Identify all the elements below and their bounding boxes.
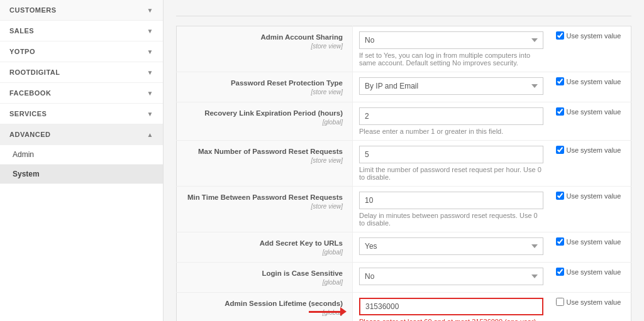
config-table: Admin Account Sharing[store view]NoYesIf… [176, 26, 631, 321]
config-scope-admin-account-sharing: [store view] [186, 43, 343, 50]
use-system-text-max-password-reset: Use system value [567, 146, 621, 154]
config-scope-add-secret-key: [global] [186, 249, 343, 256]
use-system-label-max-password-reset[interactable]: Use system value [556, 146, 625, 154]
sidebar-item-label: YOTPO [9, 48, 35, 55]
sidebar: CUSTOMERS▼SALES▼YOTPO▼ROOTDIGITAL▼FACEBO… [0, 0, 164, 321]
config-row-admin-account-sharing: Admin Account Sharing[store view]NoYesIf… [177, 26, 631, 72]
config-label-recovery-link-expiration: Recovery Link Expiration Period (hours) [204, 109, 343, 117]
use-system-label-add-secret-key[interactable]: Use system value [556, 237, 625, 246]
sidebar-sub-item-admin[interactable]: Admin [0, 145, 163, 165]
chevron-down-icon: ▼ [147, 111, 153, 117]
use-system-label-recovery-link-expiration[interactable]: Use system value [556, 107, 625, 116]
use-system-checkbox-min-time-between-reset[interactable] [556, 192, 564, 200]
sidebar-item-yotpo[interactable]: YOTPO▼ [0, 41, 163, 62]
use-system-text-login-case-sensitive: Use system value [567, 268, 621, 276]
sidebar-item-facebook[interactable]: FACEBOOK▼ [0, 83, 163, 104]
use-system-label-login-case-sensitive[interactable]: Use system value [556, 268, 625, 276]
sidebar-item-services[interactable]: SERVICES▼ [0, 104, 163, 124]
chevron-down-icon: ▼ [147, 7, 153, 14]
sidebar-item-sales[interactable]: SALES▼ [0, 21, 163, 41]
use-system-checkbox-login-case-sensitive[interactable] [556, 268, 564, 276]
config-row-min-time-between-reset: Min Time Between Password Reset Requests… [177, 187, 631, 232]
chevron-down-icon: ▼ [147, 28, 153, 35]
sidebar-item-label: FACEBOOK [9, 89, 51, 97]
use-system-text-admin-account-sharing: Use system value [567, 32, 621, 40]
config-select-add-secret-key[interactable]: YesNo [359, 237, 543, 255]
config-label-admin-account-sharing: Admin Account Sharing [260, 33, 343, 41]
config-label-admin-session-lifetime: Admin Session Lifetime (seconds) [225, 300, 343, 307]
use-system-text-add-secret-key: Use system value [567, 238, 621, 246]
use-system-text-password-reset-type: Use system value [567, 78, 621, 85]
config-label-login-case-sensitive: Login is Case Sensitive [262, 269, 343, 277]
sidebar-item-label: ADVANCED [9, 131, 51, 138]
chevron-down-icon: ▼ [147, 48, 153, 55]
config-label-add-secret-key: Add Secret Key to URLs [260, 239, 343, 247]
use-system-label-password-reset-type[interactable]: Use system value [556, 77, 625, 85]
config-scope-min-time-between-reset: [store view] [186, 203, 343, 210]
use-system-text-recovery-link-expiration: Use system value [567, 108, 621, 116]
use-system-label-admin-session-lifetime[interactable]: Use system value [556, 298, 625, 306]
chevron-up-icon: ▲ [147, 131, 153, 138]
config-label-min-time-between-reset: Min Time Between Password Reset Requests [187, 193, 343, 201]
config-select-login-case-sensitive[interactable]: NoYes [359, 268, 543, 285]
use-system-checkbox-admin-account-sharing[interactable] [556, 31, 564, 40]
config-input-min-time-between-reset[interactable] [359, 192, 543, 209]
use-system-checkbox-max-password-reset[interactable] [556, 146, 564, 154]
config-row-add-secret-key: Add Secret Key to URLs[global]YesNoUse s… [177, 232, 631, 263]
config-hint-recovery-link-expiration: Please enter a number 1 or greater in th… [359, 128, 543, 135]
config-select-password-reset-type[interactable]: By IP and EmailBy IPBy EmailNone [359, 77, 543, 95]
use-system-checkbox-add-secret-key[interactable] [556, 237, 564, 246]
config-row-admin-session-lifetime: Admin Session Lifetime (seconds)[global]… [177, 293, 631, 322]
config-scope-password-reset-type: [store view] [186, 89, 343, 95]
config-hint-admin-account-sharing: If set to Yes, you can log in from multi… [359, 52, 543, 67]
arrow-head [340, 307, 347, 316]
chevron-down-icon: ▼ [147, 69, 153, 76]
config-hint-admin-session-lifetime: Please enter at least 60 and at most 315… [359, 318, 543, 321]
sidebar-item-label: CUSTOMERS [9, 6, 57, 14]
config-row-recovery-link-expiration: Recovery Link Expiration Period (hours)[… [177, 102, 631, 141]
sidebar-sub-item-system[interactable]: System [0, 165, 163, 184]
chevron-down-icon: ▼ [147, 90, 153, 97]
sidebar-item-label: ROOTDIGITAL [9, 68, 60, 76]
config-label-max-password-reset: Max Number of Password Reset Requests [198, 148, 343, 155]
config-select-admin-account-sharing[interactable]: NoYes [359, 31, 543, 49]
config-input-max-password-reset[interactable] [359, 146, 543, 163]
use-system-label-min-time-between-reset[interactable]: Use system value [556, 192, 625, 200]
config-hint-min-time-between-reset: Delay in minutes between password reset … [359, 212, 543, 227]
use-system-checkbox-recovery-link-expiration[interactable] [556, 107, 564, 116]
use-system-label-admin-account-sharing[interactable]: Use system value [556, 31, 625, 40]
sidebar-item-label: SERVICES [9, 110, 47, 117]
config-scope-recovery-link-expiration: [global] [186, 119, 343, 126]
config-label-password-reset-type: Password Reset Protection Type [231, 79, 343, 87]
sidebar-item-customers[interactable]: CUSTOMERS▼ [0, 0, 163, 21]
config-input-admin-session-lifetime[interactable] [359, 298, 543, 315]
sidebar-item-label: SALES [9, 27, 34, 35]
config-row-max-password-reset: Max Number of Password Reset Requests[st… [177, 141, 631, 187]
config-scope-login-case-sensitive: [global] [186, 279, 343, 286]
use-system-checkbox-admin-session-lifetime[interactable] [556, 298, 564, 306]
config-row-password-reset-type: Password Reset Protection Type[store vie… [177, 72, 631, 102]
main-content: Admin Account Sharing[store view]NoYesIf… [164, 0, 644, 321]
config-input-recovery-link-expiration[interactable] [359, 107, 543, 125]
config-hint-max-password-reset: Limit the number of password reset reque… [359, 166, 543, 181]
arrow-line [309, 311, 340, 313]
use-system-text-min-time-between-reset: Use system value [567, 192, 621, 200]
page-title [176, 9, 631, 16]
sidebar-item-rootdigital[interactable]: ROOTDIGITAL▼ [0, 62, 163, 83]
use-system-checkbox-password-reset-type[interactable] [556, 77, 564, 85]
config-row-login-case-sensitive: Login is Case Sensitive[global]NoYesUse … [177, 263, 631, 293]
sidebar-item-advanced[interactable]: ADVANCED▲ [0, 124, 163, 145]
use-system-text-admin-session-lifetime: Use system value [567, 298, 621, 306]
config-scope-max-password-reset: [store view] [186, 157, 343, 164]
